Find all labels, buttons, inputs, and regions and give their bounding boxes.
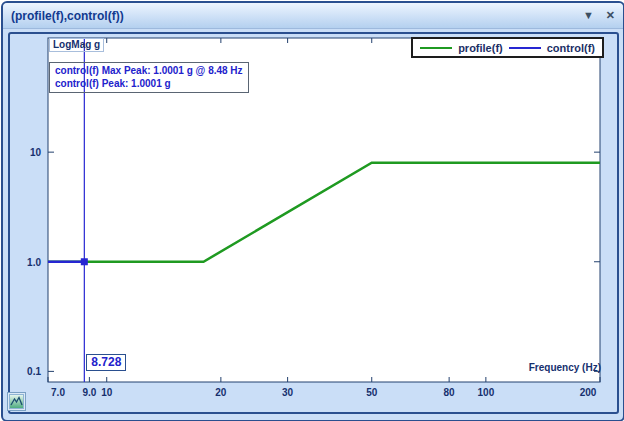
- x-tick-label: 7.0: [51, 387, 65, 398]
- cursor-info-box: control(f) Max Peak: 1.0001 g @ 8.48 Hz …: [49, 62, 249, 93]
- profile-legend-line-icon: [420, 47, 452, 49]
- x-tick-label: 200: [580, 387, 597, 398]
- cursor-marker: [81, 258, 88, 265]
- x-tick-label: 10: [101, 387, 113, 398]
- y-tick-label: 0.1: [27, 366, 41, 377]
- chart-thumbnail-icon[interactable]: [7, 392, 26, 411]
- y-axis-title: LogMag g: [49, 38, 104, 52]
- x-tick-label: 80: [444, 387, 456, 398]
- plot-window: (profile(f),control(f)) ▼ ✕ 7.09.0102030…: [1, 1, 624, 421]
- close-icon[interactable]: ✕: [606, 10, 615, 21]
- cursor-readout[interactable]: 8.728: [86, 354, 126, 371]
- legend-label-profile: profile(f): [458, 42, 503, 54]
- control-legend-line-icon: [509, 47, 541, 49]
- window-title: (profile(f),control(f)): [11, 9, 571, 23]
- x-tick-label: 20: [215, 387, 227, 398]
- plot-panel: 7.09.01020305080100200101.00.1 LogMag g …: [8, 32, 619, 414]
- window-titlebar: (profile(f),control(f)) ▼ ✕: [3, 3, 623, 29]
- dropdown-arrow-icon[interactable]: ▼: [583, 10, 594, 21]
- x-tick-label: 30: [282, 387, 294, 398]
- cursor-info-line2: control(f) Peak: 1.0001 g: [55, 77, 243, 90]
- x-tick-label: 9.0: [82, 387, 96, 398]
- legend: profile(f) control(f): [411, 37, 604, 58]
- x-tick-label: 50: [366, 387, 378, 398]
- y-tick-label: 10: [30, 147, 42, 158]
- x-axis-title: Frequency (Hz): [529, 362, 601, 373]
- x-tick-label: 100: [478, 387, 495, 398]
- cursor-info-line1: control(f) Max Peak: 1.0001 g @ 8.48 Hz: [55, 64, 243, 77]
- y-tick-label: 1.0: [27, 257, 41, 268]
- legend-label-control: control(f): [547, 42, 595, 54]
